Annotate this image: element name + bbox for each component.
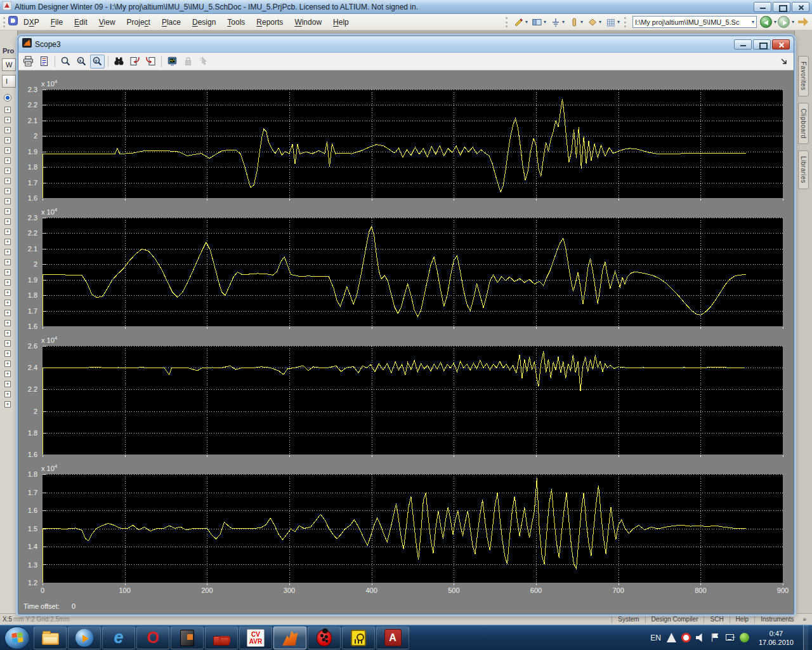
chevron-down-icon[interactable]: ▾ xyxy=(544,19,546,25)
menu-dxp[interactable]: DXP xyxy=(18,15,45,29)
taskbar-button-pin-tool[interactable] xyxy=(342,627,375,649)
scope-plot-4[interactable] xyxy=(43,474,783,583)
chevron-down-icon[interactable]: ▾ xyxy=(562,19,565,25)
taskbar-clock[interactable]: 0:47 17.06.2010 xyxy=(755,629,797,647)
tree-expander[interactable]: + xyxy=(4,340,11,347)
document-path-combobox[interactable]: I:\My proj\altium\IMU_5\IMU_5.Sc▾ xyxy=(632,16,757,28)
chevron-down-icon[interactable]: ▾ xyxy=(617,19,620,25)
project-button[interactable]: I xyxy=(2,75,16,88)
tree-expander[interactable]: + xyxy=(4,137,11,143)
minimize-button[interactable] xyxy=(754,2,771,12)
status-tab-design-compiler[interactable]: Design Compiler xyxy=(645,615,704,623)
tree-expander[interactable]: + xyxy=(4,320,11,326)
maximize-button[interactable] xyxy=(753,39,771,50)
taskbar-button-adobe-reader[interactable]: A xyxy=(376,627,409,649)
chevron-down-icon[interactable]: ▾ xyxy=(525,19,528,25)
tree-expander[interactable]: + xyxy=(4,117,11,123)
tree-expander[interactable]: + xyxy=(4,289,11,296)
menu-edit[interactable]: Edit xyxy=(69,15,93,29)
zoom-x-icon[interactable]: x xyxy=(74,55,89,69)
net-label-button[interactable]: ▾ xyxy=(586,16,603,29)
tree-expander[interactable]: + xyxy=(4,269,11,275)
close-button[interactable] xyxy=(792,2,809,12)
tree-expander[interactable]: + xyxy=(4,310,11,316)
taskbar-button-ladybug[interactable] xyxy=(308,627,341,649)
tree-expander[interactable]: + xyxy=(4,178,11,184)
taskbar-button-reader[interactable] xyxy=(171,627,204,649)
taskbar-button-matlab[interactable] xyxy=(273,627,306,649)
tree-expander[interactable]: + xyxy=(4,208,11,215)
tree-expander[interactable]: + xyxy=(4,381,11,387)
signal-selection-icon[interactable] xyxy=(197,55,211,69)
tree-expander[interactable]: + xyxy=(4,107,11,113)
tree-expander[interactable]: + xyxy=(4,239,11,245)
minimize-button[interactable] xyxy=(734,39,752,50)
grid-button[interactable]: ▾ xyxy=(604,16,621,29)
print-icon[interactable] xyxy=(21,55,36,69)
tree-expander[interactable]: + xyxy=(4,188,11,194)
close-button[interactable] xyxy=(772,39,790,50)
statusbar-more[interactable]: » xyxy=(799,616,809,623)
show-desktop-button[interactable] xyxy=(803,625,808,650)
taskbar-button-opera[interactable]: O xyxy=(136,627,169,649)
taskbar-button-internet-explorer[interactable]: e xyxy=(102,627,135,649)
zoom-y-icon[interactable]: y xyxy=(90,55,105,69)
maximize-button[interactable] xyxy=(773,2,790,12)
volume-icon[interactable] xyxy=(696,633,705,642)
tree-expander[interactable]: + xyxy=(4,157,11,164)
menu-window[interactable]: Window xyxy=(289,15,327,29)
tree-expander[interactable]: + xyxy=(4,168,11,174)
network-icon[interactable] xyxy=(725,633,735,642)
status-tab-help[interactable]: Help xyxy=(730,615,755,623)
toolbar-overflow-icon[interactable] xyxy=(781,56,787,67)
chevron-down-icon[interactable]: ▾ xyxy=(774,19,776,25)
wiring-tool-button[interactable]: ▾ xyxy=(512,16,529,29)
zoom-icon[interactable] xyxy=(58,55,73,69)
chevron-down-icon[interactable]: ▾ xyxy=(752,19,754,25)
restore-axes-icon[interactable] xyxy=(143,55,158,69)
chevron-down-icon[interactable]: ▾ xyxy=(599,19,601,25)
tree-expander[interactable]: + xyxy=(4,300,11,306)
forward-button[interactable] xyxy=(778,16,790,28)
chevron-down-icon[interactable]: ▾ xyxy=(792,19,794,25)
toolbar-grip[interactable] xyxy=(3,17,6,27)
tree-expander[interactable]: + xyxy=(4,147,11,154)
toolbar-grip[interactable] xyxy=(506,17,509,27)
status-tab-instruments[interactable]: Instruments xyxy=(754,615,799,623)
tree-expander[interactable]: + xyxy=(4,361,11,367)
tree-expander[interactable]: + xyxy=(4,218,11,225)
panel-tab-clipboard[interactable]: Clipboard xyxy=(798,103,809,144)
parameters-icon[interactable] xyxy=(37,55,51,69)
panel-tab-libraries[interactable]: Libraries xyxy=(798,150,809,189)
tree-expander[interactable]: + xyxy=(4,371,11,377)
tree-expander[interactable]: + xyxy=(4,391,11,397)
workspace-button[interactable]: W xyxy=(2,58,16,71)
save-axes-icon[interactable] xyxy=(128,55,142,69)
back-button[interactable] xyxy=(760,16,772,28)
floating-scope-icon[interactable] xyxy=(165,55,180,69)
taskbar-button-toolbox[interactable] xyxy=(205,627,238,649)
menu-design[interactable]: Design xyxy=(187,15,221,29)
menu-view[interactable]: View xyxy=(93,15,121,29)
sheet-symbol-button[interactable]: ▾ xyxy=(530,16,547,29)
tree-expander[interactable]: + xyxy=(4,249,11,255)
menu-file[interactable]: File xyxy=(45,15,69,29)
home-arrow-icon[interactable] xyxy=(798,18,808,27)
scope-plot-2[interactable] xyxy=(43,218,783,326)
tree-expander[interactable]: + xyxy=(4,330,11,336)
opera-tray-icon[interactable] xyxy=(681,633,691,642)
status-tab-system[interactable]: System xyxy=(612,615,645,623)
menu-reports[interactable]: Reports xyxy=(251,15,289,29)
tree-expander[interactable]: + xyxy=(4,279,11,286)
antivirus-icon[interactable] xyxy=(740,633,749,642)
power-port-button[interactable]: ▾ xyxy=(549,16,566,29)
tree-expander[interactable]: + xyxy=(4,127,11,133)
taskbar-button-explorer[interactable] xyxy=(34,627,67,649)
action-center-icon[interactable] xyxy=(710,633,720,642)
part-button[interactable]: ▾ xyxy=(567,16,584,29)
tree-expander[interactable]: + xyxy=(4,350,11,357)
start-button[interactable] xyxy=(4,627,30,649)
panel-tab-favorites[interactable]: Favorites xyxy=(798,56,809,96)
autoscale-icon[interactable] xyxy=(112,55,126,69)
scope-plot-1[interactable] xyxy=(43,90,783,198)
